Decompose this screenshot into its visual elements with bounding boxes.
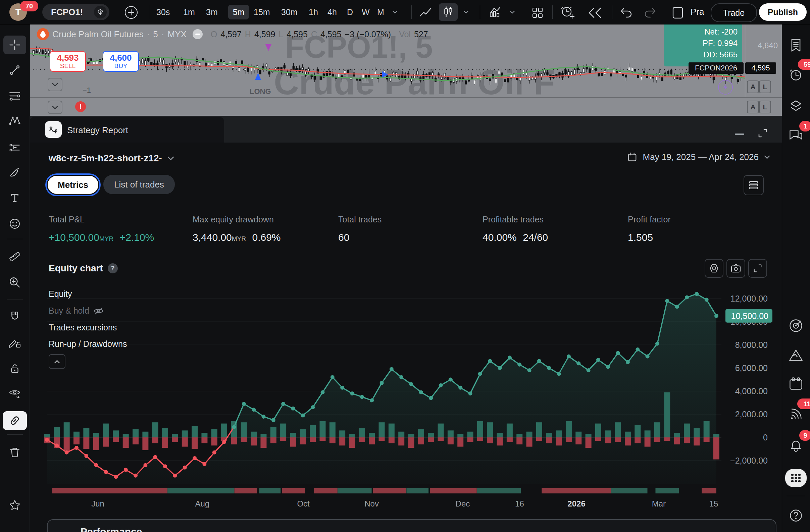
watchlist-icon[interactable]	[782, 38, 810, 53]
symbol-title[interactable]: Crude Palm Oil Futures	[52, 29, 144, 39]
candles-chart-type-button[interactable]	[439, 3, 458, 21]
undo-icon[interactable]	[618, 6, 635, 19]
hide-drawings-tool[interactable]	[0, 386, 30, 401]
zoom-in-tool[interactable]	[0, 275, 30, 290]
chart-type-chevron-icon[interactable]	[463, 10, 470, 15]
strategy-pane[interactable]	[30, 97, 782, 116]
help-icon[interactable]	[782, 508, 810, 523]
apps-grid-button[interactable]	[785, 469, 807, 487]
tab-list-of-trades[interactable]: List of trades	[103, 175, 175, 194]
trade-button[interactable]: Trade	[711, 3, 757, 22]
timeframe-3m[interactable]: 3m	[206, 0, 218, 24]
stat-net: Net: -200	[704, 26, 738, 37]
screener-radar-icon[interactable]	[782, 318, 810, 333]
pane-l-button[interactable]: L	[759, 81, 771, 93]
timeframe-15m[interactable]: 15m	[254, 0, 270, 24]
report-tab-active[interactable]: Strategy Report	[30, 117, 224, 143]
link-tool[interactable]	[0, 413, 30, 428]
metric-profitable-trades: Profitable trades 40.00% 24/60	[483, 215, 548, 243]
chart-fullscreen-button[interactable]	[748, 259, 767, 278]
help-circle-icon[interactable]: ?	[108, 263, 118, 273]
metric-value: 40.00%	[483, 232, 517, 243]
legend-trades-excursions[interactable]: Trades excursions	[49, 323, 117, 332]
object-tree-icon[interactable]	[782, 99, 810, 113]
pane2-collapse-button[interactable]	[48, 101, 62, 114]
legend-runup-drawdowns[interactable]: Run-up / Drawdowns	[49, 339, 127, 349]
crosshair-tool[interactable]	[0, 37, 30, 52]
position-tool[interactable]	[0, 140, 30, 155]
maximize-panel-icon[interactable]	[757, 128, 768, 139]
auto-trade-lightning-icon[interactable]	[718, 80, 733, 95]
emoji-tool[interactable]	[0, 216, 30, 231]
ohlc-open-key: O	[211, 30, 217, 39]
date-range-picker[interactable]: May 19, 2025 — Apr 24, 2026	[602, 152, 770, 162]
chart-snapshot-button[interactable]	[727, 259, 745, 278]
sidebar-divider	[787, 496, 805, 496]
metric-value: 60	[338, 232, 349, 243]
bar-replay-icon[interactable]	[586, 6, 604, 19]
timeframe-1m[interactable]: 1m	[183, 0, 195, 24]
indicators-icon[interactable]	[487, 5, 505, 19]
ohlc-close-key: C	[311, 30, 317, 39]
ruler-tool[interactable]	[0, 249, 30, 264]
timeframe-30s[interactable]: 30s	[156, 0, 170, 24]
ideas-icon[interactable]	[782, 348, 810, 362]
metric-value: 1.505	[628, 232, 653, 243]
buy-button[interactable]: 4,600 BUY	[103, 51, 139, 72]
tab-metrics[interactable]: Metrics	[48, 176, 98, 194]
symbol-detail-diamond-icon[interactable]	[94, 6, 107, 18]
account-name-label[interactable]: Pra	[691, 7, 704, 17]
timeframe-m[interactable]: M	[377, 0, 384, 24]
legend-collapse-button[interactable]	[49, 354, 65, 369]
source-toggle-icon[interactable]	[193, 29, 202, 39]
minimize-panel-icon[interactable]	[735, 133, 744, 135]
horizontal-lines-tool[interactable]	[0, 88, 30, 103]
timeframe-30m[interactable]: 30m	[281, 0, 298, 24]
favorites-star-tool[interactable]	[0, 498, 30, 513]
indicators-chevron-icon[interactable]	[509, 10, 516, 15]
publish-button[interactable]: Publish	[759, 3, 807, 21]
report-layout-rows-button[interactable]	[744, 175, 764, 195]
timeframe-4h[interactable]: 4h	[327, 0, 337, 24]
strategy-selector[interactable]: w8c-rz-5m-h22-short-z12-	[49, 153, 174, 164]
layout-frame-icon[interactable]	[670, 6, 685, 19]
alert-add-icon[interactable]	[559, 5, 577, 20]
timeframe-w[interactable]: W	[362, 0, 370, 24]
pane-a-button[interactable]: A	[747, 81, 759, 93]
layout-grid-icon[interactable]	[530, 6, 545, 19]
svg-text:Jun: Jun	[91, 499, 104, 508]
brush-tool[interactable]	[0, 165, 30, 180]
timeframe-1h[interactable]: 1h	[309, 0, 318, 24]
line-chart-type-icon[interactable]	[418, 6, 433, 18]
eye-off-icon[interactable]	[93, 307, 104, 315]
pane2-l-button[interactable]: L	[759, 101, 771, 113]
legend-equity[interactable]: Equity	[49, 289, 72, 299]
sell-button[interactable]: 4,593 SELL	[50, 51, 86, 72]
timeframes-chevron-icon[interactable]	[391, 10, 399, 15]
symbol-search-button[interactable]: FCPO1!	[42, 4, 109, 20]
svg-text:−2,000.00: −2,000.00	[730, 456, 768, 465]
trend-line-tool[interactable]	[0, 63, 30, 78]
calendar-icon[interactable]	[782, 376, 810, 391]
text-tool[interactable]	[0, 190, 30, 205]
pane2-a-button[interactable]: A	[747, 101, 759, 113]
chart-settings-button[interactable]	[704, 259, 724, 278]
legend-buy-hold[interactable]: Buy & hold	[49, 306, 104, 316]
performance-section: Performance	[47, 519, 776, 532]
redo-icon[interactable]	[642, 6, 658, 19]
pane-collapse-button[interactable]	[48, 78, 62, 91]
timeframe-d[interactable]: D	[347, 0, 353, 24]
equity-chart[interactable]: 12,000.0010,000.008,000.006,000.004,000.…	[30, 278, 782, 513]
magnet-tool[interactable]	[0, 309, 30, 324]
drawing-sync-lock-tool[interactable]	[0, 335, 30, 350]
symbol-interval[interactable]: 5	[153, 29, 158, 39]
pattern-tool[interactable]	[0, 113, 30, 128]
add-symbol-icon[interactable]	[124, 5, 139, 20]
error-exclamation-icon[interactable]: !	[75, 101, 86, 112]
metric-label: Profit factor	[628, 215, 671, 225]
timeframe-5m-active[interactable]: 5m	[228, 5, 249, 19]
metric-value2: 24/60	[523, 232, 548, 243]
lock-all-tool[interactable]	[0, 361, 30, 376]
svg-text:6,000.00: 6,000.00	[735, 363, 768, 373]
remove-drawings-tool[interactable]	[0, 445, 30, 460]
